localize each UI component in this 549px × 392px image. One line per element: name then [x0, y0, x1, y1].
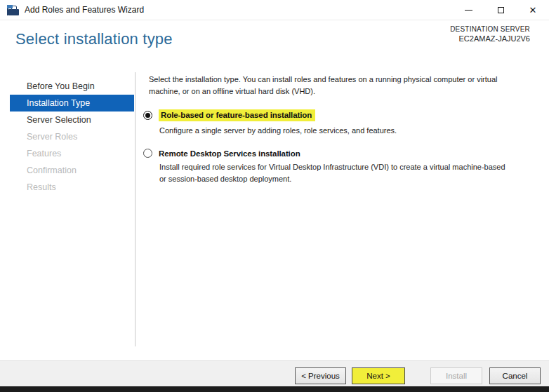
destination-server-block: DESTINATION SERVER EC2AMAZ-JAJU2V6: [450, 25, 530, 43]
wizard-window: Add Roles and Features Wizard ✕ Select i…: [0, 0, 549, 392]
cancel-button[interactable]: Cancel: [489, 367, 541, 384]
option-remote-desktop: Remote Desktop Services installation Ins…: [143, 149, 545, 185]
intro-line: machine, or on an offline virtual hard d…: [149, 86, 545, 97]
sidebar-item-server-selection[interactable]: Server Selection: [10, 111, 134, 128]
taskbar-edge: [0, 386, 549, 392]
close-button[interactable]: ✕: [517, 0, 549, 20]
window-title: Add Roles and Features Wizard: [25, 5, 144, 15]
sidebar-item-installation-type[interactable]: Installation Type: [10, 95, 134, 111]
intro-text: Select the installation type. You can in…: [149, 74, 545, 97]
minimize-button[interactable]: [452, 0, 484, 20]
destination-server-label: DESTINATION SERVER: [450, 25, 530, 33]
close-icon: ✕: [529, 6, 537, 15]
sidebar-item-server-roles: Server Roles: [10, 128, 134, 145]
sidebar-item-confirmation: Confirmation: [10, 162, 134, 179]
page-title: Select installation type: [15, 30, 173, 48]
title-bar: Add Roles and Features Wizard ✕: [0, 0, 549, 20]
option-remote-desktop-description: Install required role services for Virtu…: [159, 161, 545, 185]
previous-button[interactable]: < Previous: [295, 367, 346, 384]
wizard-steps-sidebar: Before You Begin Installation Type Serve…: [10, 78, 134, 196]
install-button[interactable]: Install: [430, 367, 482, 384]
maximize-icon: [498, 7, 504, 13]
main-panel: Select the installation type. You can in…: [143, 74, 545, 185]
sidebar-item-results: Results: [10, 179, 134, 196]
sidebar-item-features: Features: [10, 145, 134, 162]
server-manager-icon: [7, 5, 19, 15]
option-role-based-description: Configure a single server by adding role…: [159, 125, 545, 137]
intro-line: Select the installation type. You can in…: [149, 74, 545, 86]
option-role-based: Role-based or feature-based installation…: [143, 109, 545, 137]
option-remote-desktop-label[interactable]: Remote Desktop Services installation: [159, 149, 300, 158]
radio-role-based[interactable]: [143, 111, 152, 120]
wizard-header: Select installation type DESTINATION SER…: [0, 20, 549, 70]
sidebar-item-before-you-begin[interactable]: Before You Begin: [10, 78, 134, 95]
destination-server-name: EC2AMAZ-JAJU2V6: [450, 34, 530, 43]
window-controls: ✕: [452, 0, 549, 20]
wizard-footer: < Previous Next > Install Cancel: [0, 360, 549, 388]
sidebar-divider: [135, 72, 135, 346]
minimize-icon: [465, 10, 472, 11]
option-role-based-label[interactable]: Role-based or feature-based installation: [159, 109, 315, 121]
radio-remote-desktop[interactable]: [143, 149, 152, 158]
next-button[interactable]: Next >: [352, 367, 405, 384]
wizard-body: Before You Begin Installation Type Serve…: [0, 70, 549, 360]
maximize-button[interactable]: [484, 0, 517, 20]
